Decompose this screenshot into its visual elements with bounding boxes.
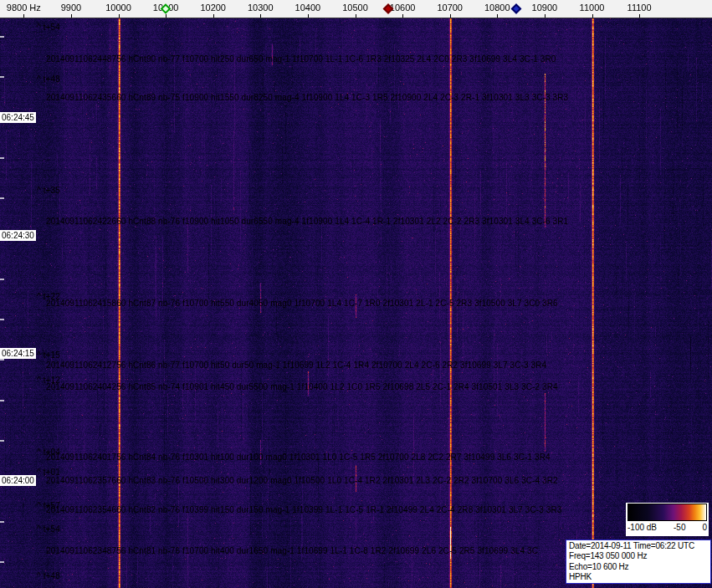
freq-tick-mark: [260, 14, 261, 18]
frequency-axis: 9800 Hz990010000101001020010300104001050…: [0, 0, 712, 18]
freq-tick-mark: [166, 14, 166, 18]
freq-tick-mark: [23, 14, 24, 18]
colorbar-gradient: [627, 504, 707, 521]
spectrogram-canvas: [0, 18, 712, 588]
meteor-echo-spectrogram-display: 9800 Hz990010000101001020010300104001050…: [0, 0, 712, 588]
freq-tick-mark: [213, 14, 214, 18]
info-echo-frequency: Echo=10 600 Hz: [569, 562, 708, 572]
info-box: Date=2014-09-11 Time=06:22 UTC Freq=143 …: [566, 539, 711, 584]
freq-tick-mark: [308, 14, 309, 18]
freq-tick-mark: [119, 14, 120, 18]
freq-tick-mark: [639, 14, 640, 18]
info-station-id: HPHK: [569, 572, 708, 582]
info-date-time: Date=2014-09-11 Time=06:22 UTC: [569, 541, 708, 551]
freq-tick-label: 10500: [342, 3, 368, 13]
freq-tick-label: 10200: [200, 3, 226, 13]
colorbar-max-label: 0: [702, 523, 707, 532]
freq-tick-mark: [402, 14, 403, 18]
freq-tick-label: 9900: [61, 3, 81, 13]
freq-tick-mark: [356, 14, 356, 18]
freq-tick-label: 10900: [532, 3, 558, 13]
colorbar: -100 dB -50 0: [626, 503, 709, 536]
freq-tick-label: 10400: [295, 3, 321, 13]
info-frequency: Freq=143 050 000 Hz: [569, 551, 708, 561]
freq-tick-label: 10300: [248, 3, 274, 13]
freq-tick-label: 10700: [437, 3, 463, 13]
freq-tick-mark: [592, 14, 593, 18]
freq-tick-mark: [497, 14, 498, 18]
freq-tick-label: 10000: [105, 3, 131, 13]
freq-tick-label: 11100: [627, 3, 652, 13]
freq-tick-label: 10600: [390, 3, 416, 13]
colorbar-labels: -100 dB -50 0: [627, 523, 707, 532]
colorbar-min-label: -100 dB: [627, 523, 657, 532]
freq-tick-mark: [450, 14, 451, 18]
blue-diamond-marker[interactable]: [511, 3, 522, 14]
freq-tick-label: 10800: [484, 3, 510, 13]
freq-tick-label: 9800 Hz: [7, 3, 41, 13]
freq-tick-mark: [545, 14, 546, 18]
freq-tick-label: 11000: [580, 3, 605, 13]
colorbar-mid-label: -50: [674, 523, 685, 532]
freq-tick-mark: [71, 14, 72, 18]
